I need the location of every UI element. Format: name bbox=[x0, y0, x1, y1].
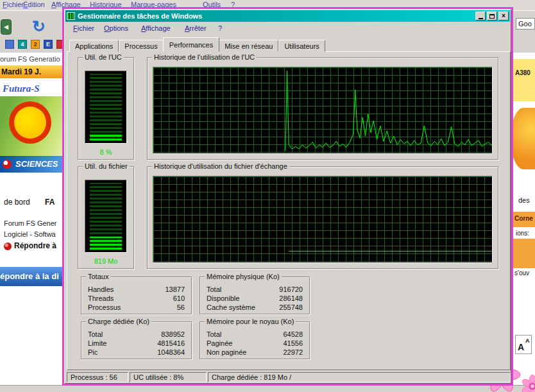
browser-menu-fichier[interactable]: Fichier bbox=[3, 1, 24, 8]
menu-fichier[interactable]: Fichier bbox=[73, 24, 94, 32]
right-text-des: des bbox=[518, 196, 530, 204]
reply-icon bbox=[4, 243, 12, 250]
pagefile-usage-group: Util. du fichier 819 Mo bbox=[78, 166, 134, 269]
physmem-row-total: Total 916720 bbox=[200, 285, 309, 294]
bookmark-icon-3[interactable]: 2 bbox=[31, 40, 40, 49]
row-label: Paginée bbox=[207, 339, 232, 348]
physical-memory-group-label: Mémoire physique (Ko) bbox=[205, 273, 282, 280]
tab-utilisateurs[interactable]: Utilisateurs bbox=[278, 40, 325, 52]
totals-row-threads: Threads 610 bbox=[81, 294, 191, 303]
row-value: 916720 bbox=[279, 285, 303, 294]
row-label: Total bbox=[88, 330, 103, 339]
commit-row-limite: Limite 4815416 bbox=[81, 339, 191, 348]
futura-logo-text[interactable]: Futura-S bbox=[3, 83, 40, 94]
kernel-memory-group: Mémoire pour le noyau (Ko) Total 64528 P… bbox=[200, 321, 310, 359]
taskmanager-icon bbox=[67, 12, 75, 20]
row-label: Pic bbox=[88, 348, 98, 357]
row-value: 610 bbox=[173, 294, 185, 303]
commit-row-pic: Pic 1048364 bbox=[81, 348, 191, 357]
row-value: 56 bbox=[177, 303, 185, 312]
status-processus: Processus : 56 bbox=[67, 372, 128, 382]
pagefile-usage-value: 819 Mo bbox=[78, 257, 133, 265]
tab-performances[interactable]: Performances bbox=[163, 37, 219, 52]
right-orange-box-2 bbox=[513, 239, 535, 268]
row-label: Total bbox=[207, 285, 221, 294]
cpu-usage-value: 8 % bbox=[78, 148, 133, 156]
bookmark-icon-4[interactable]: E bbox=[44, 40, 53, 49]
font-size-widget[interactable]: A A bbox=[515, 335, 532, 354]
kernel-memory-group-label: Mémoire pour le noyau (Ko) bbox=[205, 318, 296, 325]
date-bar: Mardi 19 J. bbox=[0, 65, 64, 78]
pagefile-meter-lit bbox=[90, 237, 122, 250]
menubar: Fichier Options Affichage Arrêter ? bbox=[65, 23, 510, 35]
minimize-icon bbox=[479, 18, 483, 19]
reply-label[interactable]: Répondre à bbox=[14, 241, 56, 250]
cpu-usage-meter bbox=[85, 71, 127, 144]
performances-tab-page: Util. de l'UC 8 % Historique de l'utilis… bbox=[67, 51, 511, 370]
tab-applications[interactable]: Applications bbox=[69, 40, 119, 52]
sciences-label: SCIENCES bbox=[15, 159, 58, 169]
a380-ad[interactable]: A380 bbox=[513, 59, 535, 101]
titlebar[interactable]: Gestionnaire des tâches de Windows × bbox=[65, 10, 510, 22]
row-value: 41556 bbox=[283, 339, 303, 348]
commit-charge-group: Charge dédiée (Ko) Total 838952 Limite 4… bbox=[81, 321, 192, 359]
back-button[interactable]: ◄ bbox=[1, 19, 12, 35]
row-label: Non paginée bbox=[207, 348, 246, 357]
row-label: Processus bbox=[88, 303, 121, 312]
right-text-ions: ions: bbox=[516, 230, 529, 237]
tab-mise-en-reseau[interactable]: Mise en réseau bbox=[219, 40, 278, 52]
row-label: Handles bbox=[88, 285, 114, 294]
browser-menu-edition[interactable]: Édition bbox=[23, 1, 45, 8]
physmem-row-cache: Cache système 255748 bbox=[200, 303, 309, 312]
tab-processus[interactable]: Processus bbox=[119, 40, 163, 52]
reply-banner-button[interactable]: épondre à la di bbox=[0, 267, 64, 286]
close-button[interactable]: × bbox=[498, 12, 509, 21]
faq-label[interactable]: FA bbox=[45, 198, 55, 207]
refresh-icon[interactable]: ↻ bbox=[32, 17, 46, 36]
bookmark-icon-1[interactable] bbox=[5, 40, 14, 49]
forum-header-text: orum FS Generatio bbox=[0, 55, 60, 63]
cpu-history-line bbox=[285, 71, 492, 151]
orange-ad-graphic bbox=[511, 108, 535, 169]
forum-link-2[interactable]: Logiciel - Softwa bbox=[4, 230, 56, 238]
menu-aide[interactable]: ? bbox=[218, 24, 222, 32]
font-small-icon: A bbox=[525, 337, 530, 344]
sciences-icon bbox=[3, 160, 12, 169]
browser-search-input[interactable]: Goo bbox=[516, 18, 535, 30]
cpu-meter-lit bbox=[90, 133, 122, 141]
right-text-souv: s'ouv bbox=[514, 269, 529, 277]
menu-arreter[interactable]: Arrêter bbox=[185, 24, 207, 32]
row-value: 255748 bbox=[279, 303, 303, 312]
row-value: 13877 bbox=[165, 285, 185, 294]
task-manager-window: Gestionnaire des tâches de Windows × Fic… bbox=[62, 7, 513, 386]
pagefile-usage-group-label: Util. du fichier bbox=[83, 162, 130, 170]
row-label: Threads bbox=[88, 294, 114, 303]
cpu-history-graph bbox=[153, 67, 493, 154]
row-label: Total bbox=[207, 330, 221, 339]
commit-row-total: Total 838952 bbox=[81, 330, 191, 339]
row-value: 1048364 bbox=[157, 348, 185, 357]
maximize-button[interactable] bbox=[487, 12, 497, 21]
row-value: 838952 bbox=[161, 330, 185, 339]
row-label: Cache système bbox=[207, 303, 255, 312]
totals-group: Totaux Handles 13877 Threads 610 Process… bbox=[81, 277, 192, 314]
row-value: 4815416 bbox=[157, 339, 185, 348]
reply-banner-label: épondre à la di bbox=[0, 271, 59, 281]
status-charge: Charge dédiée : 819 Mo / bbox=[208, 372, 511, 382]
row-value: 64528 bbox=[283, 330, 303, 339]
cpu-history-group: Historique de l'utilisation de l'UC bbox=[147, 57, 498, 160]
bookmark-icon-2[interactable]: 4 bbox=[18, 40, 27, 49]
sciences-banner[interactable]: SCIENCES bbox=[0, 156, 64, 173]
forum-link-1[interactable]: Forum FS Gener bbox=[4, 219, 57, 227]
menu-affichage[interactable]: Affichage bbox=[141, 24, 171, 32]
row-value: 286148 bbox=[279, 294, 303, 303]
menu-options[interactable]: Options bbox=[104, 24, 128, 32]
minimize-button[interactable] bbox=[475, 12, 486, 21]
maximize-icon bbox=[489, 14, 495, 19]
tab-strip: Applications Processus Performances Mise… bbox=[69, 37, 325, 52]
cpu-meter-unlit bbox=[90, 74, 122, 141]
futura-logo[interactable] bbox=[0, 96, 64, 156]
board-label: de bord bbox=[4, 198, 30, 207]
totals-row-handles: Handles 13877 bbox=[81, 285, 191, 294]
right-orange-box-1: Corne bbox=[513, 212, 535, 227]
